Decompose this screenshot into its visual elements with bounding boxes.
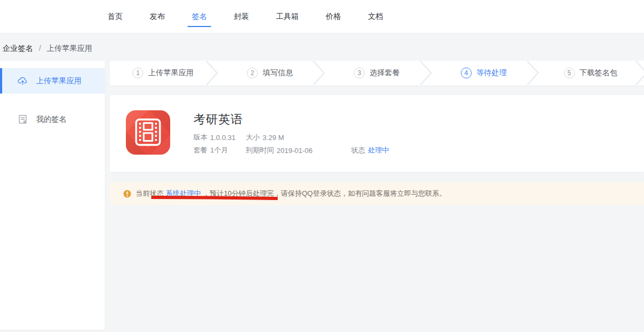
step-number: 1 — [132, 68, 143, 78]
step-label: 等待处理 — [477, 68, 507, 78]
app-title: 考研英语 — [193, 111, 243, 128]
alert-text: 当前状态 系统处理中 ，预计10分钟后处理完，请保持QQ登录状态，如有问题客服将… — [136, 189, 446, 198]
nav-item-home[interactable]: 首页 — [108, 12, 123, 22]
chevron-separator-icon — [420, 61, 432, 85]
page: 首页 发布 签名 封装 工具箱 价格 文档 企业签名 / 上传苹果应用 上传苹果… — [0, 0, 644, 332]
step-choose-plan: 3 选择套餐 — [324, 61, 431, 85]
alert-rest: ，预计10分钟后处理完，请保持QQ登录状态，如有问题客服将立即与您联系。 — [201, 189, 446, 197]
sidebar: 上传苹果应用 我的签名 — [0, 61, 105, 330]
meta-version: 版本 1.0.0.31 — [193, 131, 246, 144]
nav-item-docs[interactable]: 文档 — [368, 12, 383, 22]
sidebar-item-label: 上传苹果应用 — [36, 76, 82, 86]
nav-item-package[interactable]: 封装 — [234, 12, 249, 22]
sidebar-item-label: 我的签名 — [36, 115, 66, 124]
step-fill-info: 2 填写信息 — [217, 61, 324, 85]
step-label: 选择套餐 — [370, 68, 400, 78]
nav-item-publish[interactable]: 发布 — [150, 12, 165, 22]
nav-item-price[interactable]: 价格 — [326, 12, 341, 22]
chevron-separator-icon — [206, 61, 218, 85]
breadcrumb: 企业签名 / 上传苹果应用 — [3, 44, 92, 54]
breadcrumb-current: 上传苹果应用 — [47, 44, 92, 52]
meta-status: 状态 处理中 — [351, 144, 389, 157]
step-waiting: 4 等待处理 — [430, 61, 537, 85]
chevron-separator-icon — [313, 61, 325, 85]
step-download: 5 下载签名包 — [537, 61, 644, 85]
top-nav: 首页 发布 签名 封装 工具箱 价格 文档 — [0, 0, 644, 34]
step-number: 2 — [247, 68, 258, 78]
step-number: 5 — [564, 68, 575, 78]
nav-item-toolbox[interactable]: 工具箱 — [276, 12, 299, 22]
breadcrumb-separator: / — [39, 44, 41, 52]
nav-item-signature[interactable]: 签名 — [192, 12, 207, 22]
sidebar-item-my-signatures[interactable]: 我的签名 — [0, 107, 105, 132]
cloud-upload-icon — [17, 76, 28, 87]
status-badge: 处理中 — [368, 145, 389, 155]
sidebar-item-upload-apple-app[interactable]: 上传苹果应用 — [0, 68, 105, 94]
meta-plan: 套餐 1个月 — [193, 144, 246, 157]
steps-bar: 1 上传苹果应用 2 填写信息 3 选择套餐 4 等待处理 5 下载签名包 — [110, 61, 644, 85]
app-meta: 版本 1.0.0.31 大小 3.29 M 套餐 1个月 到期时间 2019-0… — [193, 131, 389, 157]
film-app-icon — [126, 110, 170, 155]
step-label: 上传苹果应用 — [148, 68, 193, 78]
step-label: 下载签名包 — [580, 68, 618, 78]
step-number: 4 — [461, 68, 472, 78]
signature-doc-icon — [17, 114, 28, 125]
warning-icon — [123, 190, 131, 198]
chevron-separator-icon — [527, 61, 539, 85]
alert-status-link[interactable]: 系统处理中 — [166, 189, 201, 197]
step-label: 填写信息 — [263, 68, 293, 78]
chevron-separator-icon — [635, 61, 644, 85]
breadcrumb-root[interactable]: 企业签名 — [3, 44, 33, 52]
step-upload: 1 上传苹果应用 — [110, 61, 217, 85]
step-number: 3 — [354, 68, 365, 78]
alert-prefix: 当前状态 — [136, 189, 166, 197]
meta-expire: 到期时间 2019-01-06 — [246, 144, 351, 157]
app-card: 考研英语 版本 1.0.0.31 大小 3.29 M 套餐 1个月 到期时间 2… — [110, 95, 644, 172]
status-alert: 当前状态 系统处理中 ，预计10分钟后处理完，请保持QQ登录状态，如有问题客服将… — [110, 182, 644, 205]
meta-size: 大小 3.29 M — [246, 131, 351, 144]
